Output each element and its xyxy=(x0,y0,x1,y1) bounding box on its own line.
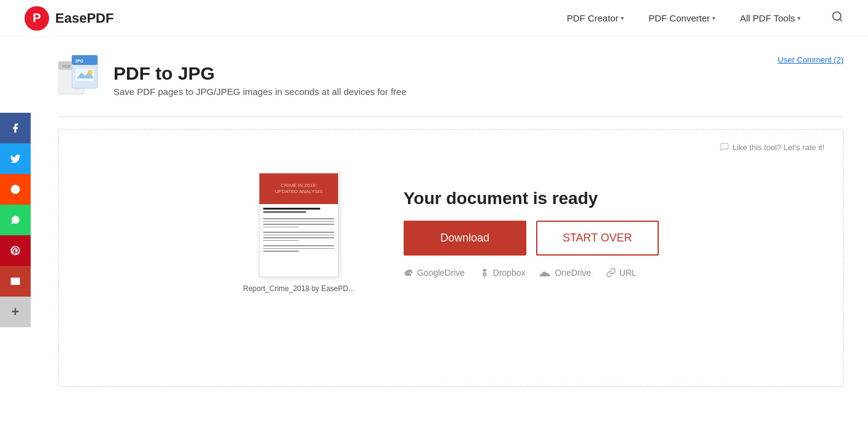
main-nav: PDF Creator ▾ PDF Converter ▾ All PDF To… xyxy=(567,10,843,26)
svg-text:PDF: PDF xyxy=(62,64,71,69)
svg-text:P: P xyxy=(33,11,40,25)
doc-header: CRIME IN 2018:UPDATED ANALYSIS xyxy=(259,173,338,204)
tool-card-inner: CRIME IN 2018:UPDATED ANALYSIS xyxy=(83,173,818,293)
url-option[interactable]: URL xyxy=(606,268,637,278)
jpg-file-icon: JPG xyxy=(72,55,101,91)
rate-tool-link[interactable]: Like this tool? Let's rate it! xyxy=(720,142,824,152)
facebook-share-button[interactable] xyxy=(0,113,31,143)
email-share-button[interactable] xyxy=(0,266,31,297)
svg-line-4 xyxy=(840,19,842,21)
start-over-button[interactable]: START OVER xyxy=(536,221,659,256)
ready-section: Your document is ready Download START OV… xyxy=(404,189,659,278)
nav-pdf-converter[interactable]: PDF Converter ▾ xyxy=(648,13,715,23)
search-button[interactable] xyxy=(831,10,843,26)
doc-body xyxy=(259,204,338,257)
all-tools-chevron-icon: ▾ xyxy=(797,15,801,21)
pdf-converter-chevron-icon: ▾ xyxy=(712,15,715,21)
cloud-options: GoogleDrive Dropbox OneDrive xyxy=(404,268,637,278)
googledrive-option[interactable]: GoogleDrive xyxy=(404,268,465,278)
user-comment-link[interactable]: User Comment (2) xyxy=(778,55,843,64)
page-title: PDF to JPG xyxy=(113,63,407,84)
title-left: PDF JPG PDF to JPG Save PDF pages to JPG… xyxy=(58,55,407,104)
action-buttons: Download START OVER xyxy=(404,221,659,256)
tool-card: Like this tool? Let's rate it! CRIME IN … xyxy=(58,129,843,387)
comment-icon xyxy=(720,142,729,152)
url-icon xyxy=(606,268,616,278)
logo-icon: P xyxy=(25,6,49,31)
googledrive-icon xyxy=(404,268,413,278)
pinterest-share-button[interactable] xyxy=(0,235,31,266)
twitter-share-button[interactable] xyxy=(0,143,31,174)
document-preview: CRIME IN 2018:UPDATED ANALYSIS xyxy=(243,173,354,293)
social-sidebar: + xyxy=(0,113,31,327)
page-title-text: PDF to JPG Save PDF pages to JPG/JPEG im… xyxy=(113,63,407,97)
reddit-share-button[interactable] xyxy=(0,174,31,205)
svg-point-12 xyxy=(88,70,93,75)
page-title-area: PDF JPG PDF to JPG Save PDF pages to JPG… xyxy=(58,55,843,104)
main-content: PDF JPG PDF to JPG Save PDF pages to JPG… xyxy=(34,37,868,405)
dropbox-option[interactable]: Dropbox xyxy=(480,268,526,278)
onedrive-icon xyxy=(540,269,551,276)
document-filename: Report_Crime_2018 by EasePD... xyxy=(243,284,354,293)
onedrive-option[interactable]: OneDrive xyxy=(540,268,591,278)
page-subtitle: Save PDF pages to JPG/JPEG images in sec… xyxy=(113,86,407,97)
whatsapp-share-button[interactable] xyxy=(0,205,31,235)
svg-text:JPG: JPG xyxy=(75,59,84,63)
download-button[interactable]: Download xyxy=(404,221,526,256)
file-icon-area: PDF JPG xyxy=(58,55,101,104)
ready-title: Your document is ready xyxy=(404,189,598,208)
pdf-creator-chevron-icon: ▾ xyxy=(621,15,624,21)
more-share-button[interactable]: + xyxy=(0,297,31,327)
nav-all-pdf-tools[interactable]: All PDF Tools ▾ xyxy=(740,13,801,23)
logo-area: P EasePDF xyxy=(25,6,113,31)
document-thumbnail: CRIME IN 2018:UPDATED ANALYSIS xyxy=(259,173,339,277)
header: P EasePDF PDF Creator ▾ PDF Converter ▾ … xyxy=(0,0,868,37)
svg-point-3 xyxy=(833,12,841,20)
dropbox-icon xyxy=(480,268,490,278)
nav-pdf-creator[interactable]: PDF Creator ▾ xyxy=(567,13,624,23)
logo-text: EasePDF xyxy=(55,10,113,26)
divider xyxy=(58,116,843,117)
